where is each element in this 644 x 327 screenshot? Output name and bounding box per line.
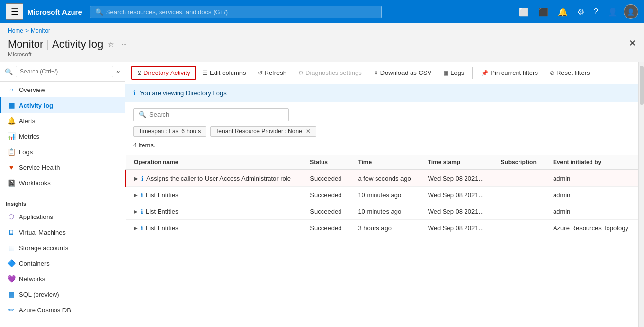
download-csv-button[interactable]: ⬇ Download as CSV: [368, 66, 437, 79]
content-area: ℹ You are viewing Directory Logs 🔍 Times…: [125, 84, 638, 327]
sidebar-item-metrics[interactable]: 📊 Metrics: [0, 128, 125, 144]
row-expand-icon[interactable]: ▶: [134, 209, 138, 214]
metrics-icon: 📊: [7, 132, 15, 140]
data-table: Operation name Status Time Time stamp Su…: [125, 155, 638, 236]
sidebar-item-service-health[interactable]: ♥ Service Health: [0, 160, 125, 175]
edit-columns-icon: ☰: [202, 70, 208, 76]
reset-icon: ⊘: [550, 70, 555, 76]
close-button[interactable]: ✕: [629, 38, 636, 49]
sidebar-divider: [0, 193, 125, 193]
sidebar-label-containers: Containers: [19, 260, 50, 267]
table-cell-subscription: [493, 220, 545, 236]
directory-activity-filter-button[interactable]: ⊻ Directory Activity: [131, 66, 196, 80]
toolbar-separator: [472, 67, 473, 79]
table-cell-status: Succeeded: [302, 170, 350, 187]
operation-name-text: List Entities: [146, 191, 178, 199]
search-icon: 🔍: [95, 8, 103, 16]
overview-icon: ○: [7, 86, 15, 93]
table-cell-status: Succeeded: [302, 187, 350, 203]
sidebar-item-cosmos-db[interactable]: ✏ Azure Cosmos DB: [0, 302, 125, 318]
scroll-thumb[interactable]: [640, 66, 644, 105]
sidebar-item-workbooks[interactable]: 📓 Workbooks: [0, 175, 125, 191]
global-search-box[interactable]: 🔍: [90, 6, 382, 18]
breadcrumb-monitor[interactable]: Monitor: [31, 27, 50, 34]
row-expand-icon[interactable]: ▶: [134, 225, 138, 231]
reset-filters-button[interactable]: ⊘ Reset filters: [544, 66, 595, 79]
page-title-prefix: Monitor: [8, 38, 43, 51]
timespan-filter-chip[interactable]: Timespan : Last 6 hours: [133, 126, 206, 137]
timespan-filter-label: Timespan : Last 6 hours: [139, 128, 201, 135]
more-options-button[interactable]: ···: [119, 39, 129, 49]
col-operation-name: Operation name: [126, 155, 302, 170]
global-search-input[interactable]: [106, 8, 376, 16]
sidebar-item-activity-log[interactable]: ▦ Activity log: [0, 97, 125, 113]
cloud-shell-icon[interactable]: ⬛: [535, 4, 552, 19]
hamburger-menu-button[interactable]: ☰: [6, 3, 23, 20]
pin-label: Pin current filters: [490, 69, 538, 76]
sidebar: 🔍 « ○ Overview ▦ Activity log 🔔 Alerts 📊…: [0, 62, 125, 327]
containers-icon: 🔷: [7, 259, 15, 267]
sidebar-search-input[interactable]: [16, 66, 113, 77]
sidebar-label-alerts: Alerts: [19, 117, 35, 125]
info-message: You are viewing Directory Logs: [140, 90, 227, 97]
tenant-provider-close-icon[interactable]: ✕: [306, 128, 311, 135]
table-cell-operation: ▶ ℹ List Entities: [126, 203, 302, 220]
row-expand-icon[interactable]: ▶: [134, 176, 138, 181]
edit-columns-button[interactable]: ☰ Edit columns: [197, 66, 251, 79]
feedback-icon[interactable]: ⬜: [515, 4, 533, 19]
tenant-provider-filter-chip[interactable]: Tenant Resource Provider : None ✕: [210, 126, 316, 137]
table-search-box[interactable]: 🔍: [133, 108, 289, 121]
diagnostics-settings-button[interactable]: ⚙ Diagnostics settings: [293, 66, 367, 79]
sidebar-label-logs: Logs: [19, 148, 33, 156]
sidebar-collapse-button[interactable]: «: [116, 68, 120, 75]
page-title-block: Monitor | Activity log ☆ ··· Microsoft: [8, 38, 129, 58]
info-icon: ℹ: [133, 89, 136, 97]
pin-page-button[interactable]: ☆: [106, 39, 116, 49]
logs-button[interactable]: ▦ Logs: [438, 66, 469, 79]
sidebar-item-containers[interactable]: 🔷 Containers: [0, 255, 125, 271]
table-row[interactable]: ▶ ℹ List Entities Succeeded 10 minutes a…: [126, 203, 638, 220]
sidebar-label-cosmos-db: Azure Cosmos DB: [19, 307, 71, 314]
row-expand-icon[interactable]: ▶: [134, 192, 138, 198]
sidebar-item-applications[interactable]: ⬡ Applications: [0, 209, 125, 224]
sidebar-item-networks[interactable]: 💜 Networks: [0, 271, 125, 287]
sidebar-item-alerts[interactable]: 🔔 Alerts: [0, 113, 125, 128]
filter-chips: Timespan : Last 6 hours Tenant Resource …: [133, 126, 630, 137]
filter-button-label: Directory Activity: [143, 69, 190, 76]
operation-name-text: Assigns the caller to User Access Admini…: [146, 175, 291, 182]
toolbar: ⊻ Directory Activity ☰ Edit columns ↺ Re…: [125, 62, 638, 84]
sidebar-label-workbooks: Workbooks: [19, 180, 51, 187]
filter-section: 🔍 Timespan : Last 6 hours Tenant Resourc…: [125, 102, 638, 155]
operation-name-text: List Entities: [146, 224, 178, 232]
table-cell-operation: ▶ ℹ List Entities: [126, 187, 302, 203]
settings-icon[interactable]: ⚙: [573, 4, 588, 19]
notifications-icon[interactable]: 🔔: [554, 4, 572, 19]
pin-filters-button[interactable]: 📌 Pin current filters: [476, 66, 543, 79]
avatar[interactable]: 👤: [624, 4, 638, 19]
sidebar-item-virtual-machines[interactable]: 🖥 Virtual Machines: [0, 224, 125, 240]
sql-icon: ▦: [7, 291, 15, 298]
cosmos-db-icon: ✏: [7, 306, 15, 314]
user-profile-icon[interactable]: 👤: [604, 4, 622, 19]
table-row[interactable]: ▶ ℹ Assigns the caller to User Access Ad…: [126, 170, 638, 187]
table-cell-event-by: admin: [545, 170, 638, 187]
sidebar-item-storage-accounts[interactable]: ▦ Storage accounts: [0, 240, 125, 255]
sidebar-label-storage-accounts: Storage accounts: [19, 244, 68, 252]
sidebar-item-sql[interactable]: ▦ SQL (preview): [0, 287, 125, 302]
table-search-icon: 🔍: [139, 111, 146, 118]
help-icon[interactable]: ?: [590, 4, 602, 19]
main-content: 🔍 « ○ Overview ▦ Activity log 🔔 Alerts 📊…: [0, 62, 644, 327]
table-cell-timestamp: Wed Sep 08 2021...: [420, 187, 493, 203]
table-row[interactable]: ▶ ℹ List Entities Succeeded 3 hours ago …: [126, 220, 638, 236]
table-search-input[interactable]: [149, 111, 284, 118]
scroll-indicator[interactable]: [638, 62, 644, 327]
sidebar-search-box[interactable]: 🔍 «: [0, 62, 125, 82]
filter-dropdown-icon: ⊻: [137, 70, 142, 76]
breadcrumb-home[interactable]: Home: [8, 27, 23, 34]
table-cell-timestamp: Wed Sep 08 2021...: [420, 170, 493, 187]
sidebar-item-overview[interactable]: ○ Overview: [0, 82, 125, 97]
sidebar-item-logs[interactable]: 📋 Logs: [0, 144, 125, 160]
page-header-left: Monitor | Activity log ☆ ··· Microsoft: [8, 38, 129, 58]
table-row[interactable]: ▶ ℹ List Entities Succeeded 10 minutes a…: [126, 187, 638, 203]
refresh-button[interactable]: ↺ Refresh: [252, 66, 292, 79]
